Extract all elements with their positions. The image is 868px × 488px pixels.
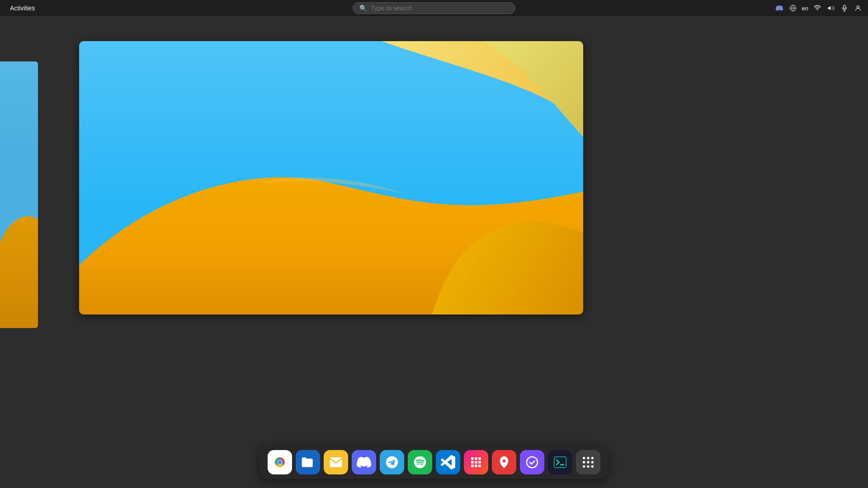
- svg-point-20: [587, 461, 589, 463]
- dock-mail[interactable]: [324, 450, 348, 474]
- dock-chromium[interactable]: [268, 450, 292, 474]
- language-indicator[interactable]: en: [802, 5, 808, 12]
- wallpaper: [79, 41, 583, 314]
- workspace-thumbnail-left[interactable]: [0, 61, 38, 328]
- svg-point-23: [587, 465, 589, 468]
- search-box: 🔍: [353, 2, 515, 14]
- svg-point-21: [591, 461, 594, 463]
- svg-point-16: [583, 457, 585, 459]
- microphone-icon[interactable]: [840, 4, 849, 13]
- network-icon[interactable]: [813, 4, 822, 13]
- svg-point-22: [583, 465, 585, 468]
- dock: [259, 446, 609, 479]
- svg-rect-14: [554, 457, 566, 468]
- svg-point-17: [587, 457, 589, 459]
- topbar: Activities Dec 29 22:39 🔕 🔍 en: [0, 0, 868, 16]
- svg-point-3: [817, 9, 818, 10]
- volume-icon[interactable]: [826, 4, 835, 13]
- globe-icon[interactable]: [788, 4, 797, 13]
- search-icon: 🔍: [359, 5, 367, 12]
- system-tray: en: [775, 4, 863, 13]
- svg-point-11: [278, 460, 282, 464]
- svg-point-7: [857, 6, 859, 8]
- dock-appstore[interactable]: [464, 450, 488, 474]
- search-container: 🔍: [353, 2, 515, 14]
- dock-vencord[interactable]: [520, 450, 544, 474]
- dock-telegram[interactable]: [380, 450, 404, 474]
- svg-rect-4: [844, 5, 845, 9]
- svg-point-19: [583, 461, 585, 463]
- dock-spotify[interactable]: [408, 450, 432, 474]
- dock-terminal[interactable]: [548, 450, 572, 474]
- dock-discord[interactable]: [352, 450, 376, 474]
- workspace-main[interactable]: [79, 41, 583, 314]
- svg-point-18: [591, 457, 594, 459]
- svg-point-24: [591, 465, 594, 468]
- svg-point-13: [527, 457, 538, 468]
- power-icon[interactable]: [854, 4, 863, 13]
- dock-files[interactable]: [296, 450, 320, 474]
- activities-button[interactable]: Activities: [5, 3, 39, 14]
- dock-bookmarks[interactable]: [492, 450, 516, 474]
- discord-tray-icon[interactable]: [775, 4, 784, 13]
- search-input[interactable]: [371, 5, 497, 12]
- dock-app-grid[interactable]: [576, 450, 600, 474]
- workspace-area: [0, 16, 868, 488]
- dock-vscode[interactable]: [436, 450, 460, 474]
